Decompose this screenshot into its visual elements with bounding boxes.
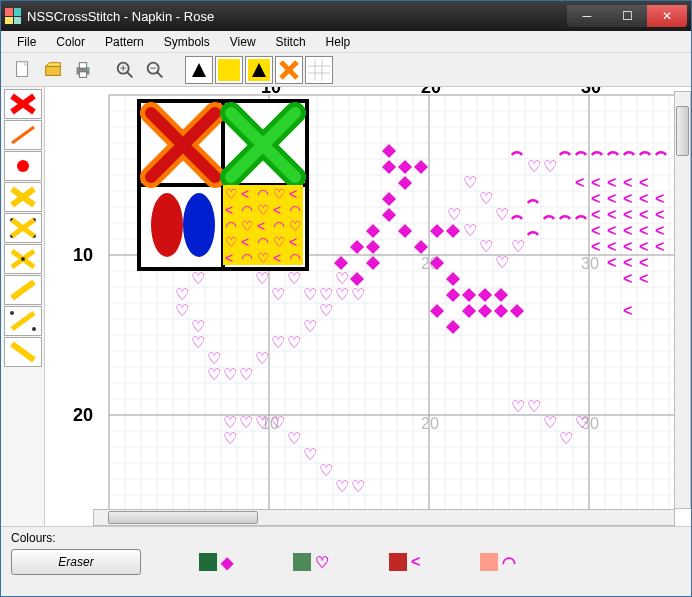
menu-symbols[interactable]: Symbols [154,32,220,52]
vertical-scrollbar[interactable] [674,91,691,509]
menu-help[interactable]: Help [316,32,361,52]
titlebar[interactable]: NSSCrossStitch - Napkin - Rose ─ ☐ ✕ [1,1,691,31]
tool-half-yellow-2[interactable] [4,306,42,336]
svg-text:♡: ♡ [241,218,254,234]
svg-text:<: < [273,250,281,266]
tool-cross-yellow-1[interactable] [4,182,42,212]
style-grid[interactable] [305,56,333,84]
svg-rect-128 [382,192,396,206]
svg-text:♡: ♡ [191,318,205,335]
svg-text:<: < [591,238,600,255]
colour-4[interactable]: ◠ [480,553,516,572]
tool-cross-yellow-2[interactable] [4,213,42,243]
menu-color[interactable]: Color [46,32,95,52]
menu-view[interactable]: View [220,32,266,52]
svg-line-26 [12,127,34,143]
horizontal-scrollbar[interactable] [93,509,675,526]
tool-cross-red[interactable] [4,89,42,119]
svg-text:♡: ♡ [319,462,333,479]
style-yellow-square[interactable] [215,56,243,84]
svg-text:♡: ♡ [319,302,333,319]
tool-bead-red[interactable] [4,151,42,181]
svg-text:♡: ♡ [543,414,557,431]
svg-text:♡: ♡ [273,186,286,202]
svg-text:♡: ♡ [257,250,270,266]
open-document-button[interactable] [41,58,65,82]
style-orange-x[interactable] [275,56,303,84]
colour-2-symbol: ♡ [315,553,329,572]
close-button[interactable]: ✕ [647,5,687,27]
svg-text:♡: ♡ [351,286,365,303]
svg-text:<: < [607,174,616,191]
svg-text:<: < [591,174,600,191]
svg-rect-143 [478,288,492,302]
tool-half-yellow-1[interactable] [4,275,42,305]
svg-text:♡: ♡ [223,430,237,447]
svg-text:<: < [655,238,664,255]
svg-rect-133 [366,240,380,254]
svg-point-27 [17,160,29,172]
svg-text:♡: ♡ [511,398,525,415]
svg-rect-124 [382,160,396,174]
tool-backstitch-red[interactable] [4,120,42,150]
svg-text:♡: ♡ [287,334,301,351]
svg-text:♡: ♡ [543,158,557,175]
svg-rect-126 [414,160,428,174]
style-black-triangle-yellow[interactable] [245,56,273,84]
minimize-button[interactable]: ─ [567,5,607,27]
svg-text:<: < [639,190,648,207]
svg-rect-2 [46,66,61,75]
menubar: FileColorPatternSymbolsViewStitchHelp [1,31,691,53]
eraser-button[interactable]: Eraser [11,549,141,575]
svg-text:♡: ♡ [273,234,286,250]
svg-rect-23 [308,59,330,81]
svg-rect-147 [494,304,508,318]
svg-text:<: < [623,222,632,239]
svg-text:♡: ♡ [255,414,269,431]
menu-stitch[interactable]: Stitch [266,32,316,52]
colour-2[interactable]: ♡ [293,553,329,572]
svg-text:<: < [639,174,648,191]
svg-text:♡: ♡ [271,414,285,431]
svg-text:<: < [607,222,616,239]
print-button[interactable] [71,58,95,82]
tool-cross-yellow-3[interactable] [4,244,42,274]
svg-text:♡: ♡ [495,254,509,271]
svg-rect-146 [494,288,508,302]
colour-2-swatch [293,553,311,571]
svg-point-38 [21,257,25,261]
colour-1[interactable]: ◆ [199,553,233,572]
svg-text:♡: ♡ [511,238,525,255]
svg-rect-123 [382,144,396,158]
svg-text:<: < [607,238,616,255]
canvas-area[interactable]: 1020301020101020203030♡♡♡♡♡♡♡♡♡♡♡♡♡♡♡♡♡♡… [45,87,691,526]
zoom-out-button[interactable] [143,58,167,82]
svg-text:<: < [639,238,648,255]
svg-rect-142 [462,288,476,302]
tool-half-yellow-3[interactable] [4,337,42,367]
svg-text:♡: ♡ [207,350,221,367]
svg-text:♡: ♡ [303,446,317,463]
svg-point-7 [87,68,89,70]
svg-text:10: 10 [261,87,281,97]
svg-text:<: < [607,206,616,223]
svg-rect-139 [414,240,428,254]
maximize-button[interactable]: ☐ [607,5,647,27]
svg-text:♡: ♡ [223,414,237,431]
svg-text:<: < [623,270,632,287]
svg-text:♡: ♡ [575,414,589,431]
zoom-in-button[interactable] [113,58,137,82]
svg-rect-17 [218,59,240,81]
menu-pattern[interactable]: Pattern [95,32,154,52]
colour-1-symbol: ◆ [221,553,233,572]
menu-file[interactable]: File [7,32,46,52]
style-black-triangle-white[interactable] [185,56,213,84]
svg-text:♡: ♡ [463,174,477,191]
svg-text:<: < [591,206,600,223]
colour-3[interactable]: < [389,553,420,572]
svg-rect-150 [430,304,444,318]
new-document-button[interactable] [11,58,35,82]
svg-text:♡: ♡ [319,286,333,303]
svg-text:<: < [623,302,632,319]
svg-text:♡: ♡ [255,270,269,287]
